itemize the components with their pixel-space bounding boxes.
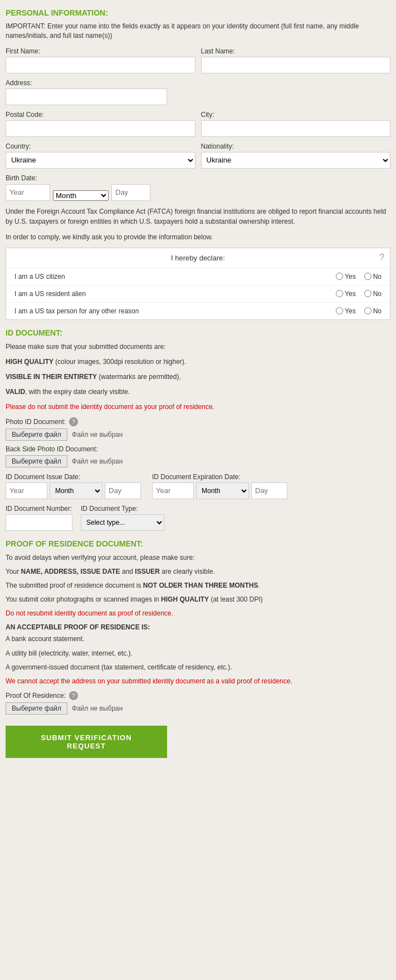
us-citizen-no-radio[interactable] [364,273,371,280]
birth-day-input[interactable] [111,184,150,201]
birth-date-group: Birth Date: Month January February March… [6,174,390,201]
last-name-input[interactable] [201,57,391,73]
photo-id-upload-group: Photo ID Document: ? Выберите файл Файл … [6,417,390,441]
id-document-section: ID DOCUMENT: Please make sure that your … [6,328,390,531]
id-dates-section: ID Document Issue Date: Month January Fe… [6,473,390,499]
back-side-label: Back Side Photo ID Document: [6,445,390,453]
back-side-no-file-text: Файл не выбран [72,457,123,465]
proof-item-2: The submitted proof of residence documen… [6,580,390,591]
doc-type-select[interactable]: Select type... Passport ID Card Driver's… [81,514,164,531]
country-select[interactable]: Ukraine [6,152,195,169]
acceptable-item-1: A bank account statement. [6,634,390,644]
photo-id-file-row: Выберите файл Файл не выбран [6,429,390,441]
declare-row-1: I am a US citizen Yes No [6,268,390,285]
proof-help-icon[interactable]: ? [69,691,78,700]
proof-bold-1: NAME, ADDRESS, ISSUE DATE [21,568,120,575]
proof-item-1: Your NAME, ADDRESS, ISSUE DATE and ISSUE… [6,567,390,577]
photo-id-label: Photo ID Document: [6,418,66,426]
us-resident-yes-label[interactable]: Yes [336,290,356,298]
proof-item-3: You submit color photographs or scanned … [6,594,390,605]
proof-of-residence-section: PROOF OF RESIDENCE DOCUMENT: To avoid de… [6,539,390,715]
first-name-input[interactable] [6,57,195,73]
birth-date-inputs: Month January February March April May J… [6,184,390,201]
doc-number-label: ID Document Number: [6,505,72,513]
us-taxperson-yes-label[interactable]: Yes [336,307,356,315]
proof-red: Do not resubmit identity document as pro… [6,608,390,619]
back-side-choose-file-btn[interactable]: Выберите файл [6,455,67,467]
birth-year-input[interactable] [6,184,50,201]
doc-number-type-row: ID Document Number: ID Document Type: Se… [6,505,390,531]
id-quality-bold-3: VALID [6,388,25,396]
id-quality-bold-1: HIGH QUALITY [6,358,53,366]
issue-month-select[interactable]: Month January February March April May J… [50,482,102,499]
us-citizen-yes-radio[interactable] [336,273,343,280]
id-doc-note: Please make sure that your submitted doc… [6,342,390,352]
declare-options-3: Yes No [336,307,382,315]
country-label: Country: [6,142,195,150]
nationality-label: Nationality: [201,142,391,150]
fatca-text-2: In order to comply, we kindly ask you to… [6,232,390,242]
city-label: City: [201,111,391,119]
doc-number-input[interactable] [6,514,72,531]
nationality-select[interactable]: Ukraine [201,152,391,169]
issue-year-input[interactable] [6,482,47,499]
proof-label-row: Proof Of Residence: ? [6,691,390,700]
issue-date-label: ID Document Issue Date: [6,473,141,481]
us-taxperson-no-radio[interactable] [364,307,371,314]
us-citizen-yes-label[interactable]: Yes [336,273,356,280]
id-document-title: ID DOCUMENT: [6,328,390,337]
acceptable-red: We cannot accept the address on your sub… [6,676,390,687]
expiry-month-select[interactable]: Month January February March April May J… [196,482,249,499]
first-name-group: First Name: [6,47,195,73]
important-note: IMPORTANT: Enter your name into the fiel… [6,22,390,41]
birth-month-select[interactable]: Month January February March April May J… [53,190,109,201]
expiry-date-label: ID Document Expiration Date: [152,473,287,481]
expiry-year-input[interactable] [152,482,194,499]
proof-bold-2: ISSUER [135,568,160,575]
postal-city-row: Postal Code: City: [6,111,390,137]
doc-type-label: ID Document Type: [81,505,164,513]
expiry-day-input[interactable] [251,482,287,499]
postal-code-input[interactable] [6,120,195,137]
declare-box: I hereby declare: ? I am a US citizen Ye… [6,248,390,320]
us-citizen-no-label[interactable]: No [364,273,382,280]
proof-title: PROOF OF RESIDENCE DOCUMENT: [6,539,390,548]
doc-number-group: ID Document Number: [6,505,72,531]
proof-file-row: Выберите файл Файл не выбран [6,702,390,715]
us-resident-yes-radio[interactable] [336,290,343,297]
submit-button[interactable]: SUBMIT VERIFICATION REQUEST [6,726,167,758]
city-input[interactable] [201,120,391,137]
photo-id-help-icon[interactable]: ? [69,417,78,426]
acceptable-title: AN ACCEPTABLE PROOF OF RESIDENCE IS: [6,623,390,631]
proof-choose-file-btn[interactable]: Выберите файл [6,702,67,715]
proof-bold-4: HIGH QUALITY [161,595,209,603]
us-resident-no-radio[interactable] [364,290,371,297]
address-label: Address: [6,79,390,87]
acceptable-item-3: A government-issued document (tax statem… [6,662,390,673]
photo-id-no-file-text: Файл не выбран [72,431,123,439]
postal-code-label: Postal Code: [6,111,195,119]
first-name-label: First Name: [6,47,195,55]
declare-help-icon[interactable]: ? [379,253,384,263]
id-quality-bold-2: VISIBLE IN THEIR ENTIRETY [6,373,97,381]
doc-type-group: ID Document Type: Select type... Passpor… [81,505,164,531]
acceptable-item-2: A utility bill (electricity, water, inte… [6,648,390,659]
country-group: Country: Ukraine [6,142,195,169]
declare-row-2: I am a US resident alien Yes No [6,285,390,303]
submit-btn-container: SUBMIT VERIFICATION REQUEST [6,726,390,758]
last-name-group: Last Name: [201,47,391,73]
address-input[interactable] [6,88,167,105]
id-doc-red-warning: Please do not submit the identity docume… [6,402,390,412]
us-resident-no-label[interactable]: No [364,290,382,298]
us-taxperson-yes-radio[interactable] [336,307,343,314]
issue-date-inputs: Month January February March April May J… [6,482,141,499]
country-nationality-row: Country: Ukraine Nationality: Ukraine [6,142,390,169]
id-doc-quality-3: VALID, with the expiry date clearly visi… [6,387,390,397]
birth-date-label: Birth Date: [6,174,390,182]
us-taxperson-no-label[interactable]: No [364,307,382,315]
proof-no-file-text: Файл не выбран [72,705,123,712]
photo-id-choose-file-btn[interactable]: Выберите файл [6,429,67,441]
proof-bold-3: NOT OLDER THAN THREE MONTHS [143,582,258,589]
issue-day-input[interactable] [105,482,141,499]
expiry-date-group: ID Document Expiration Date: Month Janua… [152,473,287,499]
